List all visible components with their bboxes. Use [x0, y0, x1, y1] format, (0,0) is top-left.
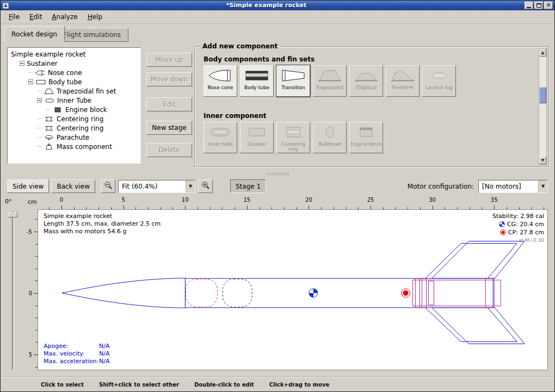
menu-edit[interactable]: Edit: [24, 11, 47, 23]
cp-value: CP: 27.8 cm: [508, 228, 544, 237]
ruler-label: 0: [29, 290, 32, 296]
panel-splitter[interactable]: [1, 170, 554, 177]
tree-item-fin-set[interactable]: Trapezoidal fin set: [8, 86, 140, 96]
title-bar[interactable]: *Simple example rocket ✕: [1, 1, 554, 10]
ruler-tick: [124, 206, 124, 209]
rotation-slider-handle[interactable]: [8, 212, 17, 217]
splitter-handle-icon[interactable]: [266, 172, 289, 176]
ruler-tick: [61, 206, 62, 209]
centering-ring-icon: [44, 116, 54, 122]
add-inner-tube-button[interactable]: Inner tube: [203, 122, 237, 153]
add-elliptical-fin-button[interactable]: Elliptical: [349, 65, 383, 97]
minimize-button[interactable]: [525, 2, 533, 9]
apogee-value: N/A: [99, 343, 109, 350]
button-label: Nose cone: [207, 85, 233, 90]
zoom-combo[interactable]: Fit (60.4%) ▼: [118, 180, 195, 193]
menu-analyze[interactable]: Analyze: [47, 11, 82, 23]
launch-lug-icon: [427, 67, 452, 84]
engine-block-icon: [52, 107, 63, 113]
button-label: Launch lug: [425, 85, 452, 90]
mach-label: at M=0.30: [492, 237, 544, 245]
apogee-row: Apogee:N/A: [44, 343, 109, 350]
fin-outline: [431, 241, 525, 279]
hint-shift-click: Shift+click to select other: [99, 382, 179, 388]
scroll-down-icon[interactable]: ▼: [539, 157, 546, 164]
add-freeform-fin-button[interactable]: Freeform: [386, 65, 420, 97]
tab-flight-simulations[interactable]: Flight simulations: [55, 28, 128, 42]
body-component-buttons: Nose cone Body tube Transition: [203, 65, 456, 97]
zoom-out-button[interactable]: [101, 179, 115, 193]
trapezoidal-fin-icon: [317, 67, 342, 84]
component-tree[interactable]: Simple example rocket Sustainer Nose con…: [7, 47, 141, 164]
tree-item-rocket[interactable]: Simple example rocket: [8, 49, 140, 59]
tree-item-centering-ring-2[interactable]: Centering ring: [8, 123, 140, 133]
tree-item-nose-cone[interactable]: Nose cone: [8, 68, 140, 77]
body-tube-icon: [244, 67, 269, 84]
parachute-icon: [44, 134, 54, 141]
move-down-button[interactable]: Move down: [146, 72, 192, 86]
rocket-info: Simple example rocket Length 37.5 cm, ma…: [44, 213, 161, 235]
rocket-mass: Mass with no motors 54.6 g: [44, 228, 161, 235]
tree-item-inner-tube[interactable]: Inner Tube: [8, 96, 140, 105]
ruler-label: 20: [305, 197, 312, 203]
cg-value: CG: 20.4 cm: [507, 220, 544, 228]
chevron-down-icon[interactable]: ▼: [538, 181, 547, 192]
move-up-button[interactable]: Move up: [146, 53, 192, 67]
inner-component-buttons: Inner tube Coupler Centering ring: [203, 122, 383, 153]
tree-item-engine-block[interactable]: Engine block: [8, 105, 140, 114]
edit-button[interactable]: Edit: [146, 97, 192, 111]
ruler-unit-label: cm: [28, 198, 37, 206]
motor-configuration-combo[interactable]: [No motors] ▼: [478, 180, 548, 193]
tree-item-sustainer[interactable]: Sustainer: [8, 59, 140, 68]
tree-connector: [37, 91, 42, 91]
tree-item-label: Parachute: [57, 134, 89, 141]
delete-button[interactable]: Delete: [146, 143, 192, 157]
stage-1-toggle[interactable]: Stage 1: [230, 179, 266, 193]
max-acceleration-label: Max. acceleration:: [44, 358, 99, 365]
add-centering-ring-button[interactable]: Centering ring: [276, 122, 310, 153]
add-bulkhead-button[interactable]: Bulkhead: [313, 122, 347, 153]
tree-item-label: Sustainer: [27, 60, 58, 67]
motor-configuration-value: [No motors]: [479, 183, 538, 190]
tree-item-label: Body tube: [48, 78, 82, 86]
ruler-label: 5: [29, 352, 32, 358]
add-transition-button[interactable]: Transition: [276, 65, 310, 97]
add-launch-lug-button[interactable]: Launch lug: [422, 65, 456, 97]
scrollbar-thumb[interactable]: [539, 87, 546, 103]
back-view-button[interactable]: Back view: [51, 179, 95, 193]
tab-rocket-design[interactable]: Rocket design: [4, 26, 65, 42]
add-engine-block-button[interactable]: Engine block: [349, 122, 383, 153]
zoom-in-button[interactable]: [198, 179, 213, 193]
collapse-icon[interactable]: [37, 98, 42, 103]
tree-item-parachute[interactable]: Parachute: [8, 133, 140, 142]
rocket-view-area: 0° cm 05101520253035 -505: [1, 195, 554, 377]
add-trapezoidal-fin-button[interactable]: Trapezoidal: [313, 65, 347, 97]
close-button[interactable]: ✕: [544, 2, 553, 9]
add-nose-cone-button[interactable]: Nose cone: [203, 65, 237, 97]
button-label: Trapezoidal: [316, 85, 343, 90]
tree-item-centering-ring-1[interactable]: Centering ring: [8, 114, 140, 123]
maximize-button[interactable]: [534, 2, 543, 9]
scroll-up-icon[interactable]: ▲: [539, 49, 546, 57]
rotation-slider[interactable]: [12, 211, 14, 370]
ruler-label: 15: [243, 197, 250, 203]
chevron-down-icon[interactable]: ▼: [186, 181, 195, 192]
menu-help[interactable]: Help: [83, 11, 107, 23]
collapse-icon[interactable]: [20, 61, 24, 66]
component-scrollbar[interactable]: ▲ ▼: [539, 48, 547, 165]
button-label: Coupler: [248, 142, 267, 147]
tree-item-mass-component[interactable]: Mass component: [8, 142, 140, 151]
button-label: Engine block: [350, 142, 382, 147]
new-stage-button[interactable]: New stage: [146, 121, 192, 135]
tree-item-body-tube[interactable]: Body tube: [8, 77, 140, 86]
collapse-icon[interactable]: [28, 79, 33, 84]
group-title: Add new component: [200, 42, 280, 50]
rocket-canvas[interactable]: Simple example rocket Length 37.5 cm, ma…: [38, 209, 548, 370]
menu-file[interactable]: File: [4, 11, 24, 23]
rocket-name: Simple example rocket: [44, 213, 161, 220]
side-view-button[interactable]: Side view: [7, 179, 49, 193]
add-body-tube-button[interactable]: Body tube: [240, 65, 274, 97]
ruler-label: 30: [429, 197, 436, 203]
add-coupler-button[interactable]: Coupler: [240, 122, 274, 153]
trapezoidal-fin-icon: [44, 88, 54, 95]
